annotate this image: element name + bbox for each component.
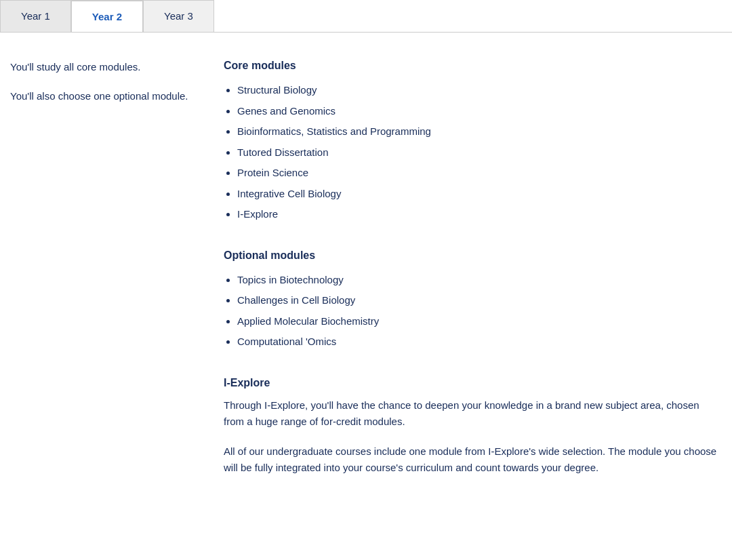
list-item: Challenges in Cell Biology <box>237 293 718 308</box>
study-all-core: You'll study all core modules. <box>10 60 197 75</box>
iexplore-para1: Through I-Explore, you'll have the chanc… <box>224 397 718 430</box>
optional-modules-title: Optional modules <box>224 249 718 262</box>
core-modules-title: Core modules <box>224 60 718 72</box>
year-tabs: Year 1 Year 2 Year 3 <box>0 0 732 33</box>
optional-modules-section: Optional modules Topics in Biotechnology… <box>224 249 718 350</box>
tab-year1[interactable]: Year 1 <box>0 0 71 32</box>
list-item: Bioinformatics, Statistics and Programmi… <box>237 124 718 140</box>
list-item: Tutored Dissertation <box>237 145 718 161</box>
right-column: Core modules Structural Biology Genes an… <box>224 60 718 489</box>
iexplore-para2: All of our undergraduate courses include… <box>224 443 718 476</box>
tab-year2[interactable]: Year 2 <box>71 0 143 32</box>
list-item: Integrative Cell Biology <box>237 186 718 202</box>
core-modules-list: Structural Biology Genes and Genomics Bi… <box>224 83 718 222</box>
list-item: Protein Science <box>237 165 718 181</box>
iexplore-section: I-Explore Through I-Explore, you'll have… <box>224 377 718 476</box>
main-content: You'll study all core modules. You'll al… <box>0 33 732 517</box>
list-item: Computational 'Omics <box>237 334 718 350</box>
choose-optional: You'll also choose one optional module. <box>10 89 197 104</box>
tab-year3[interactable]: Year 3 <box>143 0 214 32</box>
list-item: Applied Molecular Biochemistry <box>237 314 718 329</box>
core-modules-section: Core modules Structural Biology Genes an… <box>224 60 718 222</box>
list-item: Genes and Genomics <box>237 104 718 119</box>
list-item: I-Explore <box>237 207 718 222</box>
iexplore-title: I-Explore <box>224 377 718 389</box>
optional-modules-list: Topics in Biotechnology Challenges in Ce… <box>224 273 718 350</box>
list-item: Topics in Biotechnology <box>237 273 718 288</box>
list-item: Structural Biology <box>237 83 718 98</box>
left-column: You'll study all core modules. You'll al… <box>7 60 197 489</box>
